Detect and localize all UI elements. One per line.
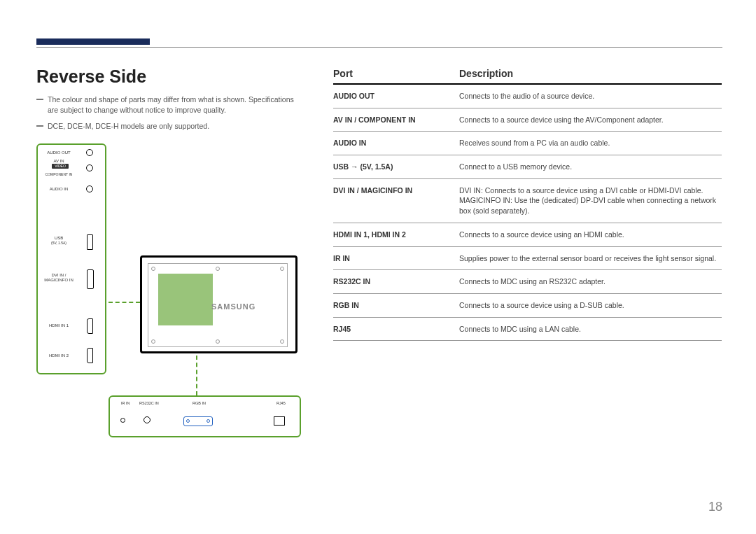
port-icon xyxy=(86,149,93,156)
table-row: RJ45 Connects to MDC using a LAN cable. xyxy=(333,318,722,342)
rs232c-jack-icon xyxy=(144,416,150,423)
label-audio-in: AUDIO IN xyxy=(43,187,74,192)
header-rule xyxy=(36,47,722,48)
video-badge: VIDEO xyxy=(52,164,69,169)
table-row: USB → (5V, 1.5A) Connect to a USB memory… xyxy=(333,155,722,179)
port-name: DVI IN / MAGICINFO IN xyxy=(333,185,459,216)
screw-icon xyxy=(280,267,284,271)
port-desc: Receives sound from a PC via an audio ca… xyxy=(459,138,722,148)
label-rgb-in: RGB IN xyxy=(192,401,206,405)
screw-icon xyxy=(151,267,155,271)
note-text: The colour and shape of parts may differ… xyxy=(36,94,302,115)
bottom-port-diagram: IR IN RS232C IN RGB IN RJ45 xyxy=(108,395,301,437)
page-title: Reverse Side xyxy=(36,66,146,87)
table-row: AUDIO OUT Connects to the audio of a sou… xyxy=(333,85,722,108)
connector-line xyxy=(108,302,140,303)
screw-icon xyxy=(216,267,220,271)
label-av-in: AV IN xyxy=(43,159,74,164)
monitor-rear-diagram: SAMSUNG xyxy=(140,255,298,353)
screw-icon xyxy=(151,339,155,344)
label-component-in: COMPONENT IN xyxy=(43,173,74,177)
port-name: IR IN xyxy=(333,253,459,264)
side-port-diagram: AUDIO OUT AV IN VIDEO COMPONENT IN AUDIO… xyxy=(36,143,106,374)
port-name: RJ45 xyxy=(333,324,459,335)
port-name: USB → (5V, 1.5A) xyxy=(333,162,459,172)
label-rs232c: RS232C IN xyxy=(139,401,159,405)
rj45-port-icon xyxy=(274,416,285,426)
port-name: RGB IN xyxy=(333,300,459,311)
table-row: IR IN Supplies power to the external sen… xyxy=(333,247,722,271)
usb-port-icon xyxy=(87,234,93,250)
table-row: RGB IN Connects to a source device using… xyxy=(333,294,722,318)
label-ir-in: IR IN xyxy=(121,401,130,405)
port-name: AUDIO OUT xyxy=(333,91,459,101)
port-icon xyxy=(86,185,93,192)
port-desc: Connects to a source device using a D-SU… xyxy=(459,300,722,311)
table-header-row: Port Description xyxy=(333,68,722,85)
pcb-area xyxy=(158,274,213,325)
col-header-port: Port xyxy=(333,68,459,79)
port-desc: Connects to MDC using an RS232C adapter. xyxy=(459,276,722,287)
table-row: HDMI IN 1, HDMI IN 2 Connects to a sourc… xyxy=(333,223,722,247)
brand-logo: SAMSUNG xyxy=(211,302,255,311)
table-row: RS232C IN Connects to MDC using an RS232… xyxy=(333,270,722,294)
label-usb-spec: (5V, 1.5A) xyxy=(43,241,74,246)
label-hdmi2: HDMI IN 2 xyxy=(43,353,74,358)
vga-port-icon xyxy=(183,416,213,426)
port-desc: Supplies power to the external sensor bo… xyxy=(459,253,722,264)
port-name: AV IN / COMPONENT IN xyxy=(333,115,459,125)
ir-jack-icon xyxy=(120,418,125,423)
port-desc: Connects to a source device using the AV… xyxy=(459,115,722,125)
page-number: 18 xyxy=(708,500,722,514)
table-row: AV IN / COMPONENT IN Connects to a sourc… xyxy=(333,108,722,132)
table-row: AUDIO IN Receives sound from a PC via an… xyxy=(333,132,722,155)
dvi-port-icon xyxy=(87,269,94,289)
connector-line xyxy=(196,356,197,395)
port-name: RS232C IN xyxy=(333,276,459,287)
port-icon xyxy=(86,164,93,171)
hdmi-port-icon xyxy=(87,318,93,334)
accent-bar xyxy=(36,38,150,45)
notes-block: The colour and shape of parts may differ… xyxy=(36,94,302,138)
note-text: DCE, DCE-M, DCE-H models are only suppor… xyxy=(36,121,302,132)
port-name: AUDIO IN xyxy=(333,138,459,148)
port-desc: Connects to a source device using an HDM… xyxy=(459,230,722,240)
label-dvi: DVI IN / MAGICINFO IN xyxy=(43,273,74,282)
col-header-description: Description xyxy=(459,68,722,79)
port-name: HDMI IN 1, HDMI IN 2 xyxy=(333,230,459,240)
label-hdmi1: HDMI IN 1 xyxy=(43,323,74,328)
screw-icon xyxy=(280,339,284,344)
port-desc: DVI IN: Connects to a source device usin… xyxy=(459,185,722,216)
table-row: DVI IN / MAGICINFO IN DVI IN: Connects t… xyxy=(333,179,722,223)
port-desc: Connects to MDC using a LAN cable. xyxy=(459,324,722,335)
port-desc: Connects to the audio of a source device… xyxy=(459,91,722,101)
label-usb: USB xyxy=(43,236,74,241)
hdmi-port-icon xyxy=(87,348,93,363)
screw-icon xyxy=(216,339,220,344)
port-desc: Connect to a USB memory device. xyxy=(459,162,722,172)
label-audio-out: AUDIO OUT xyxy=(43,150,74,155)
monitor-inner: SAMSUNG xyxy=(148,263,288,347)
label-rj45: RJ45 xyxy=(276,401,286,405)
port-description-table: Port Description AUDIO OUT Connects to t… xyxy=(333,68,722,341)
